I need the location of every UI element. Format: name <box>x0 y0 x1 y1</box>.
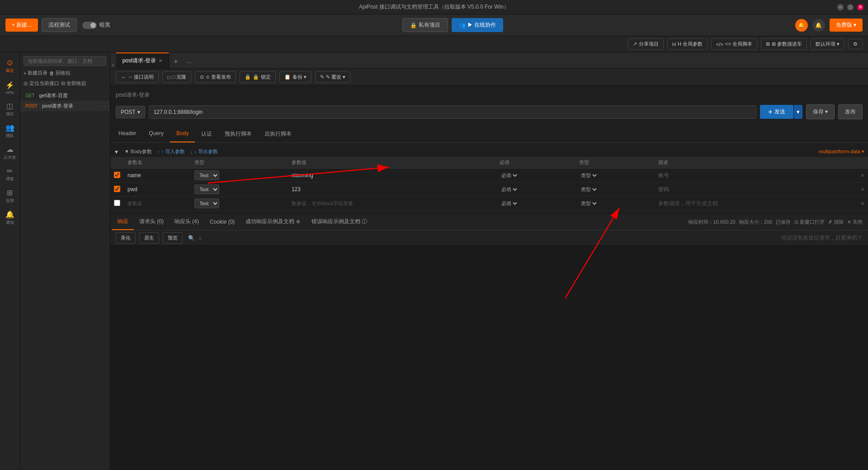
tree-item-post[interactable]: POST post请求-登录 ··· <box>20 101 110 111</box>
api-lock-button[interactable]: 🔒 🔒 锁定 <box>240 71 275 83</box>
resp-tab-reqheader[interactable]: 请求头 (0) <box>134 214 169 230</box>
param-checkbox-new[interactable] <box>114 200 120 206</box>
collab-button[interactable]: 👥 ▶ 在线协作 <box>452 18 503 32</box>
url-input[interactable] <box>149 105 756 119</box>
api-clone-button[interactable]: □ □ 克隆 <box>162 71 191 83</box>
send-button[interactable]: ✈ 发送 <box>760 105 793 119</box>
apps-icon: ⊞ <box>7 188 13 197</box>
private-project-button[interactable]: 🔒 私有项目 <box>402 18 448 32</box>
bell-icon[interactable]: 🔔 <box>812 19 825 32</box>
collapse-all-button[interactable]: ⊟ 全部收起 <box>61 80 86 87</box>
method-select[interactable]: POST ▾ <box>116 106 145 118</box>
api-view-publish-button[interactable]: ⊙ ⊙ 查看发布 <box>195 71 236 83</box>
recycle-button[interactable]: 🗑 回收站 <box>49 70 71 76</box>
tab-header[interactable]: Header <box>112 127 142 142</box>
resp-empty-text: 你还没有发送过请求，赶紧来吧？ <box>781 234 863 242</box>
minimize-button[interactable]: ─ <box>837 4 844 10</box>
sidebar-item-apis[interactable]: ⚡ APIs <box>2 78 18 98</box>
param-value-new: 数参值，支持Mock字段变量 <box>288 197 496 211</box>
doc-icon: → <box>121 75 126 80</box>
right-buttons: 🔔 🔔 免费版 ▾ <box>795 19 863 32</box>
flow-test-button[interactable]: 流程测试 <box>42 18 77 32</box>
sidebar-item-team[interactable]: 👥 团队 <box>2 121 18 141</box>
resp-tab-success-example[interactable]: 成功响应示例及文档 ⊕ <box>240 214 306 230</box>
api-backup-button[interactable]: 📋 备份 ▾ <box>279 71 311 83</box>
param-checkbox-pwd[interactable] <box>114 186 120 192</box>
resp-tab-cookie[interactable]: Cookie (0) <box>204 215 240 230</box>
search-input[interactable] <box>24 56 106 66</box>
sidebar-item-blog[interactable]: ✏ 博客 <box>2 164 18 184</box>
multipart-badge[interactable]: multipart/form-data ▾ <box>819 149 864 155</box>
publish-button[interactable]: 发布 <box>838 104 863 119</box>
resp-tab-error-example[interactable]: 错误响应示例及文档 ⓘ <box>306 214 373 230</box>
table-row: pwd Text 123 必填 <box>110 183 868 197</box>
tab-pre-script[interactable]: 预执行脚本 <box>218 127 258 142</box>
toggle-switch[interactable] <box>82 22 97 29</box>
col-type2: 类型 <box>576 157 655 169</box>
tab-query[interactable]: Query <box>142 127 170 142</box>
resp-tab-respheader[interactable]: 响应头 (4) <box>169 214 204 230</box>
new-button[interactable]: + 新建... <box>5 19 38 32</box>
tab-post-script[interactable]: 后执行脚本 <box>258 127 298 142</box>
tab-nav-left[interactable]: ‹ <box>112 61 114 68</box>
sidebar-item-notify[interactable]: 🔔 通知 <box>2 208 18 228</box>
tree-item-get[interactable]: GET get请求-百度 ··· <box>20 90 110 101</box>
sidebar-item-recent[interactable]: ⊙ 最近 <box>2 56 18 76</box>
maximize-button[interactable]: □ <box>847 4 854 10</box>
get-api-more[interactable]: ··· <box>102 93 106 99</box>
post-api-more[interactable]: ··· <box>102 103 106 109</box>
share-project-button[interactable]: ↗ 分享项目 <box>628 38 664 50</box>
new-window-button[interactable]: ⊡ 新窗口打开 <box>794 219 825 226</box>
clear-button[interactable]: ✗ 清除 <box>828 219 844 226</box>
sidebar-item-project[interactable]: ◫ 项目 <box>2 99 18 119</box>
global-param-button[interactable]: H H 全局参数 <box>667 38 708 50</box>
tab-close-icon[interactable]: ✕ <box>159 58 162 63</box>
free-version-button[interactable]: 免费版 ▾ <box>830 19 863 32</box>
refresh-resp-icon[interactable]: ○ <box>198 235 202 241</box>
notification-icon[interactable]: 🔔 <box>795 19 808 32</box>
required-select-new[interactable]: 必填 <box>500 200 519 207</box>
table-row: name Text xiaoming 必填 <box>110 169 868 183</box>
close-resp-button[interactable]: ✕ 关闭 <box>847 219 863 226</box>
resp-tab-response[interactable]: 响应 <box>112 214 134 230</box>
api-edit-button[interactable]: ✎ ✎ 覆改 ▾ <box>315 71 350 83</box>
new-dir-button[interactable]: + 新建目录 <box>24 70 47 76</box>
dark-mode-toggle[interactable]: 暗黑 <box>82 21 110 29</box>
pretty-button[interactable]: 美化 <box>116 232 136 244</box>
search-resp-icon[interactable]: 🔍 <box>188 235 195 241</box>
type2-select-name[interactable]: 类型 <box>579 172 598 179</box>
tab-post-login[interactable]: post请求-登录 ✕ <box>116 52 170 68</box>
tab-more-button[interactable]: ··· <box>183 56 196 68</box>
del-btn-pwd[interactable]: × <box>861 186 864 193</box>
global-script-button[interactable]: </> <> 全局脚本 <box>711 38 757 50</box>
api-doc-button[interactable]: → → 接口说明 <box>116 71 159 83</box>
param-checkbox-name[interactable] <box>114 172 120 178</box>
required-select-pwd[interactable]: 必填 <box>500 186 519 193</box>
type-select-pwd[interactable]: Text <box>194 184 219 194</box>
close-button[interactable]: ✕ <box>857 4 863 10</box>
settings-icon-button[interactable]: ⚙ <box>848 39 863 49</box>
export-param-button[interactable]: ↓ ↓ 导出参数 <box>190 148 218 155</box>
import-param-button[interactable]: ↑ ↑ 导入参数 <box>157 148 185 155</box>
left-panel: + 新建目录 🗑 回收站 ◎ 定位当前接口 ⊟ 全部收起 GET get请求-百… <box>20 52 110 470</box>
sidebar-item-apps[interactable]: ⊞ 应用 <box>2 186 18 206</box>
send-arrow-button[interactable]: ▾ <box>794 105 802 119</box>
type-select-new[interactable]: Text <box>194 198 219 208</box>
save-button[interactable]: 保存 ▾ <box>806 104 835 119</box>
type2-select-new[interactable]: 类型 <box>579 200 598 207</box>
default-env-button[interactable]: 默认环境 ▾ <box>811 38 844 50</box>
param-cart-button[interactable]: ⊞ ⊞ 参数描述车 <box>761 38 807 50</box>
raw-button[interactable]: 原生 <box>139 232 159 244</box>
locate-api-button[interactable]: ◎ 定位当前接口 <box>24 80 59 87</box>
tab-auth[interactable]: 认证 <box>195 127 218 142</box>
preview-button[interactable]: 预览 <box>163 232 183 244</box>
tab-add-button[interactable]: + <box>169 55 182 68</box>
del-btn-name[interactable]: × <box>861 172 864 179</box>
del-btn-new[interactable]: × <box>861 200 864 207</box>
body-expand-arrow[interactable]: ▼ <box>114 149 119 155</box>
sidebar-item-cloud[interactable]: ☁ 云大使 <box>2 143 18 163</box>
required-select-name[interactable]: 必填 <box>500 172 519 179</box>
type-select-name[interactable]: Text <box>194 170 219 180</box>
tab-body[interactable]: Body <box>170 127 195 142</box>
type2-select-pwd[interactable]: 类型 <box>579 186 598 193</box>
